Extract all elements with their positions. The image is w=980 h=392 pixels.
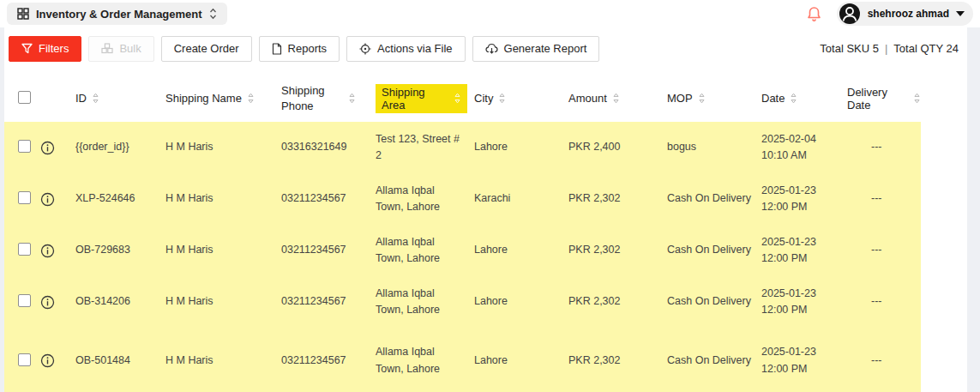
avatar bbox=[839, 3, 861, 25]
generate-report-button[interactable]: Generate Report bbox=[472, 36, 600, 62]
table-row: OB-729683 H M Haris 03211234567 Allama I… bbox=[4, 225, 921, 276]
header-shipping-phone[interactable]: Shipping Phone bbox=[274, 83, 369, 113]
table-row: OB-314206 H M Haris 03211234567 Allama I… bbox=[4, 276, 921, 328]
header-amount[interactable]: Amount bbox=[562, 92, 660, 105]
user-menu[interactable]: shehrooz ahmad bbox=[837, 2, 973, 26]
cell-shipping-name: H M Haris bbox=[159, 139, 274, 155]
search-highlight: Shipping Area bbox=[376, 84, 467, 113]
actions-via-file-button[interactable]: Actions via File bbox=[346, 36, 465, 62]
info-icon[interactable] bbox=[40, 141, 55, 155]
topbar-right: shehrooz ahmad bbox=[807, 2, 973, 26]
cell-mop: Cash On Delivery bbox=[660, 293, 755, 310]
page-title: Inventory & Order Management bbox=[36, 8, 202, 21]
cell-shipping-area: Allama Iqbal Town, Lahore bbox=[369, 344, 460, 377]
sort-icon bbox=[348, 93, 356, 104]
crosshair-icon bbox=[359, 43, 371, 55]
sort-icon bbox=[498, 93, 506, 104]
cell-shipping-phone: 03211234567 bbox=[274, 293, 369, 310]
sort-icon bbox=[92, 93, 99, 104]
cell-amount: PKR 2,400 bbox=[562, 139, 660, 155]
row-checkbox[interactable] bbox=[18, 140, 31, 153]
header-date[interactable]: Date bbox=[755, 92, 840, 105]
toolbar: Filters Bulk Create Order Reports bbox=[4, 27, 967, 62]
document-icon bbox=[272, 43, 282, 55]
cell-date: 2025-01-23 12:00 PM bbox=[755, 183, 840, 216]
cell-amount: PKR 2,302 bbox=[562, 353, 660, 369]
row-checkbox[interactable] bbox=[18, 243, 31, 256]
cell-amount: PKR 2,302 bbox=[562, 293, 660, 310]
sort-icon bbox=[698, 93, 706, 104]
create-order-button[interactable]: Create Order bbox=[161, 36, 252, 62]
sort-icon bbox=[247, 93, 255, 104]
cell-shipping-area: Allama Iqbal Town, Lahore bbox=[369, 286, 460, 319]
info-icon[interactable] bbox=[40, 295, 55, 310]
header-id[interactable]: ID bbox=[69, 92, 159, 105]
actions-via-file-label: Actions via File bbox=[377, 42, 452, 55]
cell-id: OB-729683 bbox=[69, 242, 159, 258]
module-switcher[interactable]: Inventory & Order Management bbox=[7, 3, 227, 25]
cell-mop: Cash On Delivery bbox=[660, 190, 755, 207]
header-mop[interactable]: MOP bbox=[660, 92, 755, 105]
info-icon[interactable] bbox=[40, 353, 55, 368]
generate-report-label: Generate Report bbox=[504, 42, 587, 55]
cell-shipping-phone: 03211234567 bbox=[274, 242, 369, 258]
bulk-label: Bulk bbox=[119, 42, 141, 55]
cell-mop: Cash On Delivery bbox=[660, 242, 755, 258]
info-icon[interactable] bbox=[40, 192, 55, 207]
bulk-button[interactable]: Bulk bbox=[88, 36, 153, 62]
cell-delivery-date: --- bbox=[840, 353, 921, 369]
header-shipping-name[interactable]: Shipping Name bbox=[159, 92, 274, 105]
cell-city: Lahore bbox=[467, 293, 562, 310]
table-row: {{order_id}} H M Haris 03316321649 Test … bbox=[4, 122, 921, 173]
cell-mop: Cash On Delivery bbox=[660, 353, 755, 369]
cell-id: XLP-524646 bbox=[69, 190, 159, 207]
cell-delivery-date: --- bbox=[840, 139, 921, 155]
cell-city: Lahore bbox=[467, 139, 562, 155]
cell-shipping-area: Test 123, Street # 2 bbox=[369, 131, 460, 165]
cloud-download-icon bbox=[485, 43, 498, 54]
header-shipping-area[interactable]: Shipping Area bbox=[369, 84, 467, 113]
cell-shipping-name: H M Haris bbox=[159, 353, 274, 369]
header-city[interactable]: City bbox=[467, 92, 562, 105]
notification-bell-icon[interactable] bbox=[807, 6, 821, 22]
table-header-row: ID Shipping Name Shipping Phone Shipping… bbox=[4, 75, 921, 122]
cell-mop: bogus bbox=[660, 139, 755, 155]
sort-icon bbox=[913, 93, 921, 104]
cell-city: Karachi bbox=[467, 190, 562, 207]
cell-shipping-name: H M Haris bbox=[159, 293, 274, 310]
filters-button[interactable]: Filters bbox=[9, 36, 81, 62]
cell-date: 2025-01-23 12:00 PM bbox=[755, 234, 840, 268]
row-checkbox[interactable] bbox=[18, 353, 31, 366]
sort-icon bbox=[790, 93, 797, 104]
grid-icon bbox=[17, 8, 29, 20]
cell-city: Lahore bbox=[467, 242, 562, 258]
total-sku: Total SKU 5 bbox=[820, 42, 879, 55]
cell-amount: PKR 2,302 bbox=[562, 190, 660, 207]
cell-date: 2025-02-04 10:10 AM bbox=[755, 131, 840, 165]
chevron-up-down-icon bbox=[209, 8, 217, 20]
reports-button[interactable]: Reports bbox=[259, 36, 340, 62]
caret-down-icon bbox=[956, 11, 965, 16]
cell-shipping-phone: 03211234567 bbox=[274, 190, 369, 207]
table-row: XLP-524646 H M Haris 03211234567 Allama … bbox=[4, 173, 921, 225]
cell-date: 2025-01-23 12:00 PM bbox=[755, 286, 840, 319]
info-icon[interactable] bbox=[40, 244, 55, 258]
boxes-icon bbox=[101, 43, 113, 54]
header-delivery-date[interactable]: Delivery Date bbox=[840, 86, 921, 112]
cell-date: 2025-01-23 12:00 PM bbox=[755, 344, 840, 377]
cell-delivery-date: --- bbox=[840, 190, 921, 207]
top-bar: Inventory & Order Management shehr bbox=[0, 0, 980, 27]
table-row: OB-501484 H M Haris 03211234567 Allama I… bbox=[4, 328, 921, 392]
cell-amount: PKR 2,302 bbox=[562, 242, 660, 258]
select-all-checkbox[interactable] bbox=[18, 91, 31, 104]
sort-icon bbox=[454, 93, 461, 104]
cell-id: OB-314206 bbox=[69, 293, 159, 310]
cell-shipping-area: Allama Iqbal Town, Lahore bbox=[369, 234, 460, 268]
cell-delivery-date: --- bbox=[840, 242, 921, 258]
user-name: shehrooz ahmad bbox=[868, 8, 949, 20]
sort-icon bbox=[612, 93, 620, 104]
cell-city: Lahore bbox=[467, 353, 562, 369]
row-checkbox[interactable] bbox=[18, 294, 31, 307]
totals-separator: | bbox=[885, 42, 887, 55]
row-checkbox[interactable] bbox=[18, 191, 31, 204]
